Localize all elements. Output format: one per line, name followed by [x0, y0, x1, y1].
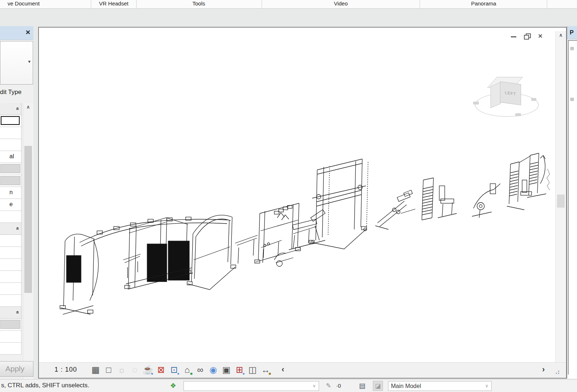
collapse-toolbar-icon[interactable]: ‹	[282, 365, 284, 374]
ribbon-gap-strip	[0, 9, 577, 26]
design-option-dropdown[interactable]: Main Model ∨	[388, 381, 492, 391]
highlight-displacement-sets-glyph: ◫	[249, 365, 257, 375]
property-row	[0, 211, 21, 223]
shadows-off-icon[interactable]: ◌	[128, 363, 141, 376]
highlight-displacement-sets-icon[interactable]: ◫	[246, 363, 259, 376]
properties-palette-header[interactable]: ✕	[0, 26, 33, 40]
scrollbar-thumb[interactable]	[24, 146, 32, 293]
sun-path-off-icon[interactable]: ☼	[115, 363, 128, 376]
reveal-constraints-badge: ■	[269, 372, 271, 376]
show-crop-region-badge: ●	[177, 372, 179, 376]
ribbon-panel-video[interactable]: Video	[334, 0, 348, 7]
view-control-bar: 1 : 100 ▦□☼◌☕●⊠⊡●⌂■∞◉▣⊞●◫↔■ ‹ › ⣠	[39, 362, 566, 378]
worksets-icon[interactable]: ❖	[170, 381, 176, 390]
section-header-row[interactable]: »	[0, 223, 21, 235]
chevron-down-icon[interactable]: ∨	[485, 383, 488, 388]
section-collapse-icon[interactable]: »	[13, 107, 20, 110]
property-row[interactable]: n	[0, 187, 21, 199]
scrollbar-thumb[interactable]	[557, 195, 565, 208]
temporary-hide-isolate-icon[interactable]: ∞	[194, 363, 207, 376]
project-browser-tree[interactable]: ⊞ ⊞	[568, 40, 577, 375]
close-icon[interactable]: ✕	[25, 29, 31, 36]
ribbon-panel-tools[interactable]: Tools	[192, 0, 205, 7]
do-not-crop-view-icon[interactable]: ⊠	[154, 363, 168, 376]
ribbon-separator	[547, 0, 547, 8]
project-browser-header[interactable]: P	[567, 26, 577, 39]
visual-style-glyph: □	[106, 365, 112, 375]
ribbon-separator	[262, 0, 262, 8]
sun-path-off-glyph: ☼	[118, 365, 126, 375]
view-scale-button[interactable]: 1 : 100	[55, 366, 77, 373]
property-value-text: n	[9, 189, 13, 196]
property-value-readonly	[0, 164, 20, 173]
temporary-hide-isolate-glyph: ∞	[197, 365, 203, 375]
show-rendering-dialog-badge: ●	[151, 372, 153, 376]
visual-style-icon[interactable]: □	[102, 363, 115, 376]
property-value-text: e	[9, 201, 13, 208]
properties-scrollbar[interactable]: ∧ ∨	[23, 103, 33, 387]
apply-button[interactable]: Apply	[0, 361, 33, 377]
property-value-readonly	[0, 176, 20, 185]
property-row	[0, 271, 21, 283]
resize-grip-icon[interactable]: ⣠	[555, 366, 560, 374]
ribbon-panel-panorama[interactable]: Panorama	[471, 0, 496, 7]
section-collapse-icon[interactable]: »	[13, 311, 20, 314]
temporary-view-properties-glyph: ▣	[222, 365, 231, 375]
show-rendering-dialog-icon[interactable]: ☕●	[141, 363, 154, 376]
ribbon-separator	[91, 0, 91, 8]
locked-3d-view-icon[interactable]: ⌂■	[181, 363, 194, 376]
reveal-constraints-icon[interactable]: ↔■	[259, 363, 272, 376]
editing-requests-icon[interactable]: ✎	[326, 382, 331, 389]
ribbon-separator	[420, 0, 420, 8]
property-row	[0, 343, 21, 355]
section-collapse-icon[interactable]: »	[13, 227, 20, 230]
detail-level-glyph: ▦	[92, 365, 100, 375]
property-row[interactable]: al	[0, 151, 21, 163]
property-row	[0, 331, 21, 343]
locked-3d-view-badge: ■	[190, 372, 193, 376]
show-analytical-model-icon[interactable]: ⊞●	[233, 363, 246, 376]
property-row[interactable]	[0, 115, 21, 127]
edit-type-button[interactable]: dit Type	[0, 89, 32, 96]
property-row[interactable]: e	[0, 199, 21, 211]
property-row[interactable]	[0, 163, 21, 175]
active-workset-dropdown[interactable]: ∨	[183, 381, 319, 391]
property-row[interactable]	[0, 175, 21, 187]
properties-palette: ✕ ▾ dit Type »alne»» ∧ ∨ Apply	[0, 26, 33, 379]
scroll-right-icon[interactable]: ›	[542, 365, 545, 374]
type-selector-dropdown[interactable]: ▾	[0, 41, 33, 85]
ribbon-panel-row: ve Document VR Headset Tools Video Panor…	[0, 0, 577, 9]
design-options-icon[interactable]: ▤	[359, 381, 366, 390]
locked-3d-view-glyph: ⌂	[185, 365, 190, 375]
show-analytical-model-badge: ●	[242, 372, 245, 376]
property-value-text: al	[9, 153, 14, 160]
scroll-up-icon[interactable]: ∧	[556, 32, 566, 38]
scroll-up-icon[interactable]: ∧	[23, 104, 33, 110]
reveal-hidden-elements-icon[interactable]: ◉	[207, 363, 220, 376]
chevron-down-icon[interactable]: ∨	[312, 383, 316, 388]
canvas-vertical-scrollbar[interactable]: ∧ ∨	[555, 31, 566, 369]
temporary-view-properties-icon[interactable]: ▣	[220, 363, 233, 376]
property-row	[0, 259, 21, 271]
ribbon-panel-vr-headset[interactable]: VR Headset	[99, 0, 129, 7]
property-value-input[interactable]	[1, 116, 20, 125]
chevron-down-icon[interactable]: ▾	[28, 59, 31, 64]
ribbon-separator	[136, 0, 137, 8]
shadows-off-glyph: ◌	[132, 365, 137, 375]
property-row	[0, 283, 21, 295]
properties-grid: »alne»»	[0, 103, 22, 355]
section-header-row[interactable]: »	[0, 307, 21, 319]
show-crop-region-glyph: ⊡	[170, 365, 178, 375]
tree-expand-icon[interactable]: ⊞	[570, 97, 574, 102]
property-row[interactable]	[0, 319, 21, 331]
tree-expand-icon[interactable]: ⊞	[570, 46, 574, 51]
property-row	[0, 139, 21, 151]
do-not-crop-view-glyph: ⊠	[157, 365, 165, 375]
drawing-view-window[interactable]: ✕ LEFT	[38, 27, 567, 379]
design-option-value: Main Model	[391, 383, 421, 389]
active-only-toggle-icon[interactable]: ◪	[373, 381, 383, 391]
detail-level-icon[interactable]: ▦	[89, 363, 102, 376]
section-header-row[interactable]: »	[0, 103, 21, 115]
show-crop-region-icon[interactable]: ⊡●	[168, 363, 181, 376]
ribbon-panel-active-document[interactable]: ve Document	[8, 0, 40, 7]
